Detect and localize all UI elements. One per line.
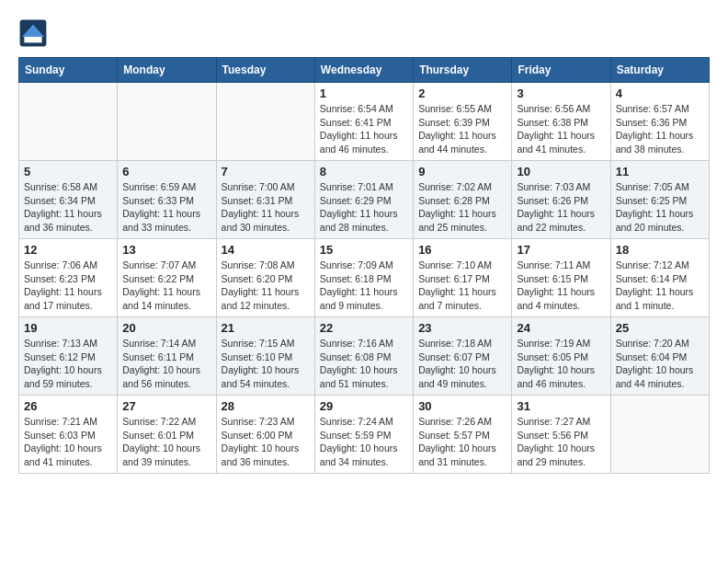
day-number: 17 <box>517 243 605 257</box>
day-number: 5 <box>24 165 112 178</box>
calendar-cell: 2Sunrise: 6:55 AM Sunset: 6:39 PM Daylig… <box>414 83 512 161</box>
calendar-cell: 24Sunrise: 7:19 AM Sunset: 6:05 PM Dayli… <box>512 317 610 396</box>
day-number: 24 <box>517 321 605 335</box>
calendar-cell: 12Sunrise: 7:06 AM Sunset: 6:23 PM Dayli… <box>19 239 118 317</box>
calendar-cell: 13Sunrise: 7:07 AM Sunset: 6:22 PM Dayli… <box>118 239 216 317</box>
calendar-cell <box>19 83 118 161</box>
day-number: 31 <box>517 399 605 413</box>
day-number: 19 <box>24 321 112 335</box>
weekday-header-sunday: Sunday <box>19 58 118 83</box>
calendar-cell: 17Sunrise: 7:11 AM Sunset: 6:15 PM Dayli… <box>512 239 610 317</box>
weekday-header-monday: Monday <box>118 58 216 83</box>
calendar-cell: 22Sunrise: 7:16 AM Sunset: 6:08 PM Dayli… <box>314 317 413 396</box>
day-info: Sunrise: 7:23 AM Sunset: 6:00 PM Dayligh… <box>222 415 310 469</box>
day-info: Sunrise: 7:15 AM Sunset: 6:10 PM Dayligh… <box>222 337 310 391</box>
calendar-cell: 30Sunrise: 7:26 AM Sunset: 5:57 PM Dayli… <box>414 396 512 474</box>
calendar-cell: 27Sunrise: 7:22 AM Sunset: 6:01 PM Dayli… <box>118 396 216 474</box>
day-number: 27 <box>122 399 210 413</box>
day-info: Sunrise: 7:08 AM Sunset: 6:20 PM Dayligh… <box>222 259 310 313</box>
calendar-cell: 18Sunrise: 7:12 AM Sunset: 6:14 PM Dayli… <box>610 239 709 317</box>
day-info: Sunrise: 6:57 AM Sunset: 6:36 PM Dayligh… <box>616 102 704 156</box>
page-header <box>18 18 710 48</box>
day-number: 25 <box>616 321 704 335</box>
weekday-header-row: SundayMondayTuesdayWednesdayThursdayFrid… <box>19 58 710 83</box>
day-info: Sunrise: 7:07 AM Sunset: 6:22 PM Dayligh… <box>122 259 210 313</box>
day-info: Sunrise: 7:16 AM Sunset: 6:08 PM Dayligh… <box>320 337 408 391</box>
day-number: 2 <box>418 86 506 100</box>
day-number: 7 <box>222 165 310 178</box>
calendar-cell: 31Sunrise: 7:27 AM Sunset: 5:56 PM Dayli… <box>512 396 610 474</box>
calendar-cell: 14Sunrise: 7:08 AM Sunset: 6:20 PM Dayli… <box>216 239 314 317</box>
calendar-cell: 23Sunrise: 7:18 AM Sunset: 6:07 PM Dayli… <box>414 317 512 396</box>
calendar-week-row: 19Sunrise: 7:13 AM Sunset: 6:12 PM Dayli… <box>19 317 710 396</box>
day-info: Sunrise: 7:10 AM Sunset: 6:17 PM Dayligh… <box>418 259 506 313</box>
day-info: Sunrise: 7:03 AM Sunset: 6:26 PM Dayligh… <box>517 180 605 235</box>
calendar-cell: 3Sunrise: 6:56 AM Sunset: 6:38 PM Daylig… <box>512 83 610 161</box>
calendar-cell: 8Sunrise: 7:01 AM Sunset: 6:29 PM Daylig… <box>314 161 413 239</box>
calendar-cell: 4Sunrise: 6:57 AM Sunset: 6:36 PM Daylig… <box>610 83 709 161</box>
weekday-header-friday: Friday <box>512 58 610 83</box>
calendar-cell: 9Sunrise: 7:02 AM Sunset: 6:28 PM Daylig… <box>414 161 512 239</box>
day-info: Sunrise: 6:58 AM Sunset: 6:34 PM Dayligh… <box>24 180 112 235</box>
day-number: 10 <box>517 165 605 178</box>
day-info: Sunrise: 7:06 AM Sunset: 6:23 PM Dayligh… <box>24 259 112 313</box>
day-info: Sunrise: 6:54 AM Sunset: 6:41 PM Dayligh… <box>320 102 408 156</box>
day-number: 21 <box>222 321 310 335</box>
day-number: 30 <box>418 399 506 413</box>
day-number: 28 <box>222 399 310 413</box>
calendar-cell: 29Sunrise: 7:24 AM Sunset: 5:59 PM Dayli… <box>314 396 413 474</box>
calendar-cell: 28Sunrise: 7:23 AM Sunset: 6:00 PM Dayli… <box>216 396 314 474</box>
day-number: 1 <box>320 86 408 100</box>
day-number: 14 <box>222 243 310 257</box>
calendar-week-row: 26Sunrise: 7:21 AM Sunset: 6:03 PM Dayli… <box>19 396 710 474</box>
day-number: 3 <box>517 86 605 100</box>
calendar-cell: 11Sunrise: 7:05 AM Sunset: 6:25 PM Dayli… <box>610 161 709 239</box>
day-info: Sunrise: 7:19 AM Sunset: 6:05 PM Dayligh… <box>517 337 605 391</box>
calendar-cell: 7Sunrise: 7:00 AM Sunset: 6:31 PM Daylig… <box>216 161 314 239</box>
day-number: 20 <box>122 321 210 335</box>
day-number: 11 <box>616 165 704 178</box>
day-number: 23 <box>418 321 506 335</box>
day-number: 18 <box>616 243 704 257</box>
weekday-header-saturday: Saturday <box>610 58 709 83</box>
calendar-cell: 5Sunrise: 6:58 AM Sunset: 6:34 PM Daylig… <box>19 161 118 239</box>
day-info: Sunrise: 7:27 AM Sunset: 5:56 PM Dayligh… <box>517 415 605 469</box>
day-info: Sunrise: 6:55 AM Sunset: 6:39 PM Dayligh… <box>418 102 506 156</box>
day-info: Sunrise: 6:59 AM Sunset: 6:33 PM Dayligh… <box>122 180 210 235</box>
calendar-cell: 26Sunrise: 7:21 AM Sunset: 6:03 PM Dayli… <box>19 396 118 474</box>
day-number: 29 <box>320 399 408 413</box>
day-info: Sunrise: 7:12 AM Sunset: 6:14 PM Dayligh… <box>616 259 704 313</box>
weekday-header-wednesday: Wednesday <box>314 58 413 83</box>
calendar-cell: 16Sunrise: 7:10 AM Sunset: 6:17 PM Dayli… <box>414 239 512 317</box>
calendar-week-row: 5Sunrise: 6:58 AM Sunset: 6:34 PM Daylig… <box>19 161 710 239</box>
day-info: Sunrise: 7:20 AM Sunset: 6:04 PM Dayligh… <box>616 337 704 391</box>
calendar-cell <box>118 83 216 161</box>
weekday-header-tuesday: Tuesday <box>216 58 314 83</box>
day-number: 13 <box>122 243 210 257</box>
logo-icon <box>18 18 48 48</box>
calendar-cell: 19Sunrise: 7:13 AM Sunset: 6:12 PM Dayli… <box>19 317 118 396</box>
day-info: Sunrise: 7:11 AM Sunset: 6:15 PM Dayligh… <box>517 259 605 313</box>
day-number: 16 <box>418 243 506 257</box>
day-info: Sunrise: 7:26 AM Sunset: 5:57 PM Dayligh… <box>418 415 506 469</box>
calendar-cell <box>610 396 709 474</box>
day-number: 22 <box>320 321 408 335</box>
calendar-cell <box>216 83 314 161</box>
day-info: Sunrise: 7:05 AM Sunset: 6:25 PM Dayligh… <box>616 180 704 235</box>
calendar-cell: 10Sunrise: 7:03 AM Sunset: 6:26 PM Dayli… <box>512 161 610 239</box>
day-number: 6 <box>122 165 210 178</box>
day-number: 8 <box>320 165 408 178</box>
day-info: Sunrise: 7:02 AM Sunset: 6:28 PM Dayligh… <box>418 180 506 235</box>
day-info: Sunrise: 7:21 AM Sunset: 6:03 PM Dayligh… <box>24 415 112 469</box>
day-info: Sunrise: 7:09 AM Sunset: 6:18 PM Dayligh… <box>320 259 408 313</box>
day-info: Sunrise: 7:24 AM Sunset: 5:59 PM Dayligh… <box>320 415 408 469</box>
day-number: 4 <box>616 86 704 100</box>
calendar-week-row: 1Sunrise: 6:54 AM Sunset: 6:41 PM Daylig… <box>19 83 710 161</box>
calendar-cell: 1Sunrise: 6:54 AM Sunset: 6:41 PM Daylig… <box>314 83 413 161</box>
day-info: Sunrise: 7:22 AM Sunset: 6:01 PM Dayligh… <box>122 415 210 469</box>
day-number: 15 <box>320 243 408 257</box>
calendar-cell: 15Sunrise: 7:09 AM Sunset: 6:18 PM Dayli… <box>314 239 413 317</box>
day-info: Sunrise: 6:56 AM Sunset: 6:38 PM Dayligh… <box>517 102 605 156</box>
day-info: Sunrise: 7:18 AM Sunset: 6:07 PM Dayligh… <box>418 337 506 391</box>
day-info: Sunrise: 7:00 AM Sunset: 6:31 PM Dayligh… <box>222 180 310 235</box>
